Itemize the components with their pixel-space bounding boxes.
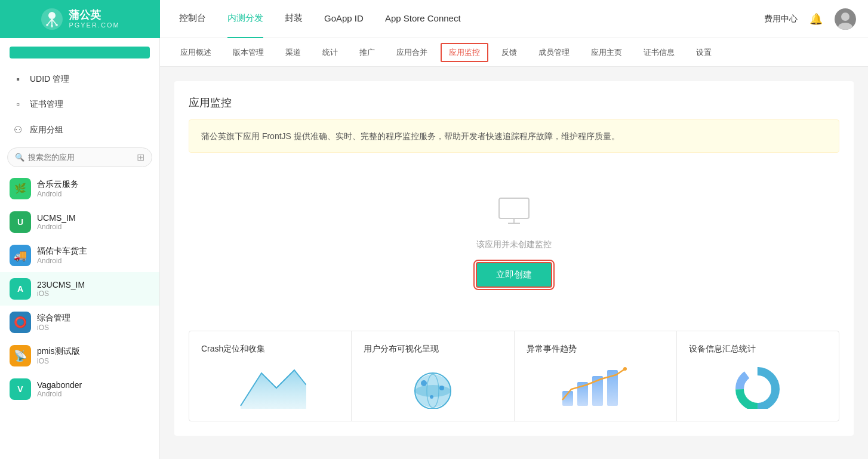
subnav-homepage[interactable]: 应用主页 xyxy=(583,38,630,67)
sidebar: ▪ UDID 管理 ▫ 证书管理 ⚇ 应用分组 🔍 ⊞ 🌿 合乐云服务 Andr… xyxy=(0,38,160,459)
sidebar-item-cert[interactable]: ▫ 证书管理 xyxy=(0,92,159,117)
main-area: 应用概述 版本管理 渠道 统计 推广 应用合并 应用监控 反馈 成员管理 应用主… xyxy=(160,38,868,459)
app-name-pmis: pmis测试版 xyxy=(37,346,80,357)
app-info-vagabonder: Vagabonder Android xyxy=(37,380,82,398)
page-title: 应用监控 xyxy=(189,96,839,110)
app-info-23ucms: 23UCMS_IM iOS xyxy=(37,280,85,298)
svg-point-9 xyxy=(841,13,849,21)
sidebar-search: 🔍 ⊞ xyxy=(7,147,152,167)
sub-nav: 应用概述 版本管理 渠道 统计 推广 应用合并 应用监控 反馈 成员管理 应用主… xyxy=(160,38,868,67)
feature-visual-device xyxy=(689,361,827,409)
app-name-heyun: 合乐云服务 xyxy=(37,179,79,190)
subnav-settings[interactable]: 设置 xyxy=(688,38,720,67)
svg-point-24 xyxy=(430,395,433,399)
logo-text: 蒲公英 xyxy=(69,9,119,22)
app-name-zongheguan: 综合管理 xyxy=(37,313,70,324)
svg-point-19 xyxy=(415,385,451,397)
info-banner: 蒲公英旗下应用 FrontJS 提供准确、实时、完整的程序监控服务，帮助开发者快… xyxy=(189,119,839,153)
bell-icon[interactable]: 🔔 xyxy=(809,13,823,26)
app-item-zongheguan[interactable]: ⭕ 综合管理 iOS xyxy=(0,306,159,339)
grid-icon[interactable]: ⊞ xyxy=(137,152,144,163)
feature-title-trend: 异常事件趋势 xyxy=(527,343,577,355)
subnav-version[interactable]: 版本管理 xyxy=(224,38,272,67)
svg-point-7 xyxy=(56,24,58,26)
nav-link-beta[interactable]: 内测分发 xyxy=(227,0,263,38)
logo-area: 蒲公英 PGYER.COM xyxy=(0,0,160,38)
app-platform-zongheguan: iOS xyxy=(37,324,70,332)
subnav-monitor[interactable]: 应用监控 xyxy=(441,43,488,62)
app-item-pmis[interactable]: 📡 pmis测试版 iOS xyxy=(0,339,159,372)
app-name-fuyou: 福佑卡车货主 xyxy=(37,246,87,257)
svg-text:🌿: 🌿 xyxy=(14,183,26,194)
subnav-cert[interactable]: 证书信息 xyxy=(635,38,683,67)
subnav-stats[interactable]: 统计 xyxy=(314,38,346,67)
body-area: ▪ UDID 管理 ▫ 证书管理 ⚇ 应用分组 🔍 ⊞ 🌿 合乐云服务 Andr… xyxy=(0,38,868,459)
feature-card-device: 设备信息汇总统计 xyxy=(677,331,839,421)
app-icon-23ucms: A xyxy=(10,278,31,300)
feature-visual-crash xyxy=(201,361,339,409)
app-info-ucms: UCMS_IM Android xyxy=(37,213,76,231)
content-area: 应用监控 蒲公英旗下应用 FrontJS 提供准确、实时、完整的程序监控服务，帮… xyxy=(160,67,868,459)
publish-btn[interactable] xyxy=(10,47,150,58)
app-icon-vagabonder: V xyxy=(10,378,31,400)
svg-point-1 xyxy=(48,12,56,19)
app-info-pmis: pmis测试版 iOS xyxy=(37,346,80,365)
app-platform-fuyou: Android xyxy=(37,257,87,265)
feature-title-device: 设备信息汇总统计 xyxy=(689,343,756,355)
feature-card-crash: Crash定位和收集 xyxy=(189,331,352,421)
logo-icon xyxy=(40,7,64,31)
sidebar-item-group[interactable]: ⚇ 应用分组 xyxy=(0,117,159,143)
search-icon: 🔍 xyxy=(15,153,24,162)
subnav-merge[interactable]: 应用合并 xyxy=(388,38,436,67)
nav-link-goappid[interactable]: GoApp ID xyxy=(324,0,364,38)
svg-point-22 xyxy=(421,380,427,386)
cert-icon: ▫ xyxy=(12,99,24,110)
svg-point-23 xyxy=(439,386,444,390)
nav-links: 控制台 内测分发 封装 GoApp ID App Store Connect xyxy=(160,0,764,38)
svg-point-6 xyxy=(51,25,53,27)
app-name-ucms: UCMS_IM xyxy=(37,213,76,223)
app-icon-ucms: U xyxy=(10,211,31,233)
nav-link-package[interactable]: 封装 xyxy=(285,0,303,38)
svg-point-33 xyxy=(748,380,767,399)
app-platform-pmis: iOS xyxy=(37,357,80,365)
subnav-feedback[interactable]: 反馈 xyxy=(493,38,525,67)
app-item-ucms[interactable]: U UCMS_IM Android xyxy=(0,205,159,239)
subnav-overview[interactable]: 应用概述 xyxy=(172,38,220,67)
app-item-fuyou[interactable]: 🚚 福佑卡车货主 Android xyxy=(0,239,159,272)
feature-row: Crash定位和收集 xyxy=(189,331,839,421)
app-item-23ucms[interactable]: A 23UCMS_IM iOS xyxy=(0,272,159,306)
subnav-promote[interactable]: 推广 xyxy=(351,38,383,67)
app-platform-heyun: Android xyxy=(37,190,79,198)
search-input[interactable] xyxy=(28,153,133,162)
svg-point-29 xyxy=(623,367,627,371)
app-icon-zongheguan: ⭕ xyxy=(10,312,31,333)
subnav-members[interactable]: 成员管理 xyxy=(530,38,578,67)
empty-text: 该应用并未创建监控 xyxy=(476,239,552,250)
create-monitor-btn[interactable]: 立即创建 xyxy=(476,262,552,288)
user-avatar[interactable] xyxy=(835,8,856,30)
nav-link-dashboard[interactable]: 控制台 xyxy=(179,0,206,38)
nav-link-appstore[interactable]: App Store Connect xyxy=(385,0,461,38)
app-icon-fuyou: 🚚 xyxy=(10,245,31,266)
app-platform-vagabonder: Android xyxy=(37,390,82,398)
subnav-channel[interactable]: 渠道 xyxy=(277,38,309,67)
app-platform-ucms: Android xyxy=(37,223,76,231)
sidebar-item-udid[interactable]: ▪ UDID 管理 xyxy=(0,67,159,92)
avatar-img xyxy=(835,8,856,30)
logo-sub: PGYER.COM xyxy=(69,21,119,29)
empty-state: 该应用并未创建监控 立即创建 xyxy=(189,172,839,312)
svg-point-5 xyxy=(46,24,48,26)
fee-center-link[interactable]: 费用中心 xyxy=(764,14,798,24)
feature-visual-globe xyxy=(364,361,501,409)
app-info-zongheguan: 综合管理 iOS xyxy=(37,313,70,332)
monitor-icon xyxy=(496,196,532,232)
app-item-heyun[interactable]: 🌿 合乐云服务 Android xyxy=(0,172,159,205)
group-icon: ⚇ xyxy=(12,124,24,135)
sidebar-item-cert-label: 证书管理 xyxy=(30,99,63,110)
nav-right: 费用中心 🔔 xyxy=(764,8,868,30)
feature-title-crash: Crash定位和收集 xyxy=(201,343,265,355)
feature-visual-trend xyxy=(527,361,664,409)
app-info-heyun: 合乐云服务 Android xyxy=(37,179,79,198)
app-item-vagabonder[interactable]: V Vagabonder Android xyxy=(0,372,159,406)
